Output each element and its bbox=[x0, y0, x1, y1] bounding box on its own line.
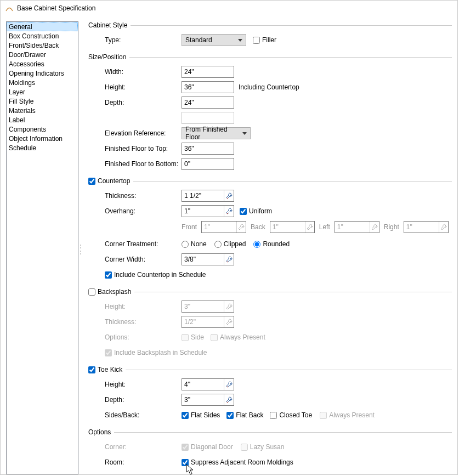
depth-input[interactable] bbox=[182, 97, 234, 109]
wrench-icon[interactable] bbox=[224, 254, 234, 265]
sidebar-item[interactable]: Opening Indicators bbox=[7, 69, 78, 78]
bs-height-label: Height: bbox=[105, 303, 182, 310]
ct-include-schedule-checkbox[interactable] bbox=[105, 271, 112, 279]
bs-side-checkbox bbox=[182, 334, 189, 341]
sidebar-item[interactable]: General bbox=[7, 22, 78, 31]
sidebar-item[interactable]: Fill Style bbox=[7, 97, 78, 106]
sidebar-item[interactable]: Box Construction bbox=[7, 31, 78, 41]
bs-include-schedule-label: Include Backsplash in Schedule bbox=[114, 349, 207, 356]
sidebar-item[interactable]: Label bbox=[7, 115, 78, 124]
wrench-icon[interactable] bbox=[224, 394, 234, 405]
filler-label: Filler bbox=[262, 36, 276, 44]
front-input bbox=[201, 221, 246, 233]
flat-back-checkbox[interactable] bbox=[226, 412, 234, 419]
bs-thickness-input bbox=[182, 316, 234, 328]
sidebar-item[interactable]: Accessories bbox=[7, 59, 78, 69]
corner-width-input[interactable] bbox=[182, 253, 234, 265]
tk-sidesback-label: Sides/Back: bbox=[105, 411, 182, 419]
floor-top-label: Finished Floor to Top: bbox=[105, 145, 182, 152]
closed-toe-checkbox[interactable] bbox=[270, 412, 277, 419]
sizepos-legend: Size/Position bbox=[88, 53, 126, 61]
ct-overhang-input[interactable] bbox=[182, 205, 234, 217]
options-legend: Options bbox=[88, 428, 111, 436]
ct-none-radio[interactable] bbox=[182, 241, 189, 248]
tk-height-input[interactable] bbox=[182, 378, 234, 390]
corner-width-label: Corner Width: bbox=[105, 256, 182, 263]
uniform-label: Uniform bbox=[249, 207, 272, 215]
bs-options-label: Options: bbox=[105, 333, 182, 341]
sidebar-item[interactable]: Door/Drawer bbox=[7, 50, 78, 59]
uniform-checkbox[interactable] bbox=[240, 208, 247, 215]
ct-rounded-radio[interactable] bbox=[253, 241, 260, 248]
width-input[interactable] bbox=[182, 66, 234, 78]
left-label: Left bbox=[319, 223, 330, 231]
floor-top-input[interactable] bbox=[182, 143, 234, 155]
type-label: Type: bbox=[105, 36, 182, 44]
height-after: Including Countertop bbox=[239, 83, 299, 91]
window-title: Base Cabinet Specification bbox=[17, 4, 95, 12]
backsplash-legend: Backsplash bbox=[98, 288, 131, 296]
tk-always-checkbox bbox=[320, 412, 327, 419]
sidebar-item[interactable]: Schedule bbox=[7, 143, 78, 152]
bs-height-input bbox=[182, 301, 234, 313]
resize-grip[interactable] bbox=[80, 245, 82, 254]
bs-thickness-label: Thickness: bbox=[105, 318, 182, 326]
countertop-toggle[interactable] bbox=[88, 178, 95, 185]
left-input bbox=[335, 221, 379, 233]
sidebar-item[interactable]: Object Information bbox=[7, 134, 78, 143]
back-input bbox=[270, 221, 315, 233]
bs-always-checkbox bbox=[211, 334, 218, 341]
ct-thickness-label: Thickness: bbox=[105, 192, 182, 200]
filler-checkbox[interactable] bbox=[253, 37, 260, 44]
back-label: Back bbox=[251, 223, 265, 231]
front-label: Front bbox=[182, 223, 197, 231]
floor-bottom-input[interactable] bbox=[182, 158, 234, 170]
flat-sides-checkbox[interactable] bbox=[182, 412, 189, 419]
sidebar-item[interactable]: Moldings bbox=[7, 78, 78, 87]
app-icon bbox=[5, 4, 14, 13]
chevron-down-icon bbox=[242, 132, 247, 135]
toekick-toggle[interactable] bbox=[88, 366, 95, 373]
bs-include-schedule-checkbox bbox=[105, 349, 112, 356]
floor-bottom-label: Finished Floor to Bottom: bbox=[105, 160, 182, 168]
blank-input bbox=[182, 112, 234, 124]
ct-thickness-input[interactable] bbox=[182, 190, 234, 202]
sidebar-item[interactable]: Materials bbox=[7, 106, 78, 115]
elev-ref-label: Elevation Reference: bbox=[105, 129, 182, 137]
suppress-checkbox[interactable] bbox=[182, 459, 189, 466]
countertop-legend: Countertop bbox=[98, 177, 130, 185]
tk-depth-label: Depth: bbox=[105, 396, 182, 404]
type-select[interactable]: Standard bbox=[182, 34, 246, 46]
tk-height-label: Height: bbox=[105, 381, 182, 388]
category-list[interactable]: GeneralBox ConstructionFront/Sides/BackD… bbox=[6, 21, 78, 474]
opt-room-label: Room: bbox=[105, 458, 182, 466]
tk-depth-input[interactable] bbox=[182, 394, 234, 406]
ct-clipped-radio[interactable] bbox=[214, 241, 222, 248]
toekick-legend: Toe Kick bbox=[98, 366, 122, 373]
sidebar-item[interactable]: Components bbox=[7, 124, 78, 134]
ct-include-schedule-label: Include Countertop in Schedule bbox=[114, 271, 206, 279]
ct-overhang-label: Overhang: bbox=[105, 207, 182, 215]
height-input[interactable] bbox=[182, 81, 234, 93]
depth-label: Depth: bbox=[105, 99, 182, 106]
opt-corner-label: Corner: bbox=[105, 443, 182, 451]
lazy-checkbox bbox=[241, 444, 248, 451]
elev-ref-select[interactable]: From Finished Floor bbox=[182, 127, 251, 139]
wrench-icon[interactable] bbox=[224, 379, 234, 390]
corner-treatment-label: Corner Treatment: bbox=[105, 240, 182, 248]
chevron-down-icon bbox=[238, 39, 242, 42]
height-label: Height: bbox=[105, 83, 182, 91]
wrench-icon[interactable] bbox=[224, 190, 234, 201]
titlebar: Base Cabinet Specification bbox=[1, 1, 457, 16]
sidebar-item[interactable]: Layer bbox=[7, 87, 78, 97]
width-label: Width: bbox=[105, 68, 182, 76]
right-input bbox=[404, 221, 449, 233]
wrench-icon[interactable] bbox=[224, 206, 234, 217]
diagonal-checkbox bbox=[182, 444, 189, 451]
cabinet-style-legend: Cabinet Style bbox=[88, 21, 127, 29]
backsplash-toggle[interactable] bbox=[88, 288, 95, 296]
sidebar-item[interactable]: Front/Sides/Back bbox=[7, 41, 78, 50]
right-label: Right bbox=[384, 223, 399, 231]
